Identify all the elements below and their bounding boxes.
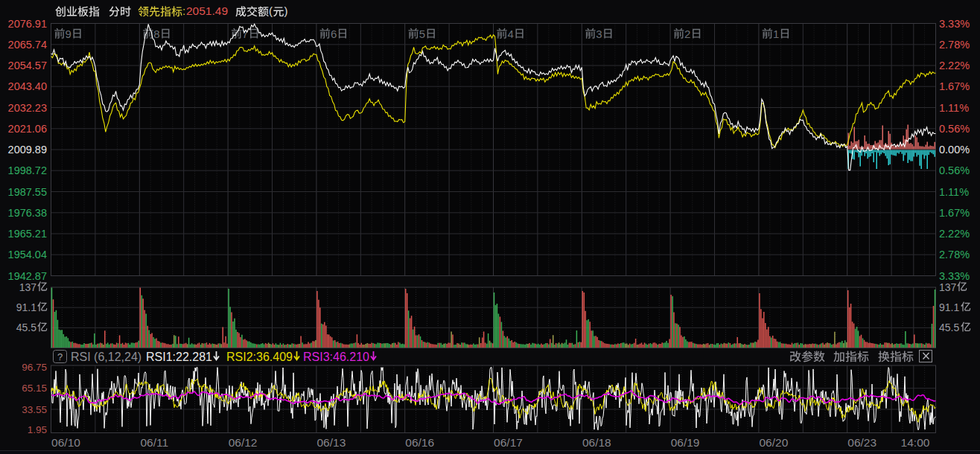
svg-text:65.15: 65.15 [22, 383, 47, 394]
svg-text:1.67%: 1.67% [939, 80, 970, 92]
svg-text:RSI2:36.409: RSI2:36.409 [226, 351, 293, 363]
svg-text:06/10: 06/10 [51, 436, 80, 449]
svg-text:1: 1 [773, 28, 779, 40]
svg-text:1.11%: 1.11% [939, 102, 969, 114]
svg-text:3.33%: 3.33% [939, 270, 970, 282]
svg-text:?: ? [57, 351, 63, 362]
svg-text::: : [182, 4, 185, 17]
svg-text:06/11: 06/11 [140, 436, 168, 449]
svg-text:06/13: 06/13 [317, 436, 346, 449]
svg-text:91.1: 91.1 [16, 301, 36, 313]
svg-text:06/18: 06/18 [582, 436, 611, 449]
svg-text:RSI3:46.210: RSI3:46.210 [303, 351, 369, 363]
svg-text:91.1: 91.1 [939, 301, 959, 313]
svg-text:2054.57: 2054.57 [8, 60, 47, 71]
svg-text:0.56%: 0.56% [939, 123, 970, 135]
svg-text:1965.21: 1965.21 [8, 228, 47, 240]
svg-text:2043.40: 2043.40 [8, 80, 47, 92]
svg-text:45.5: 45.5 [16, 322, 36, 333]
svg-text:1987.55: 1987.55 [8, 186, 47, 198]
svg-text:2032.23: 2032.23 [8, 102, 47, 114]
svg-text:06/23: 06/23 [847, 436, 876, 449]
svg-text:45.5: 45.5 [939, 322, 959, 333]
svg-text:): ) [284, 4, 288, 17]
svg-text:1976.38: 1976.38 [8, 207, 47, 219]
svg-text:2065.74: 2065.74 [8, 39, 47, 51]
svg-text:137: 137 [939, 281, 957, 293]
svg-text:14:00: 14:00 [901, 436, 930, 449]
svg-text:0.00%: 0.00% [939, 144, 970, 156]
svg-text:1954.04: 1954.04 [8, 249, 47, 260]
svg-text:2051.49: 2051.49 [186, 4, 228, 17]
svg-text:8: 8 [153, 28, 159, 40]
svg-text:(: ( [269, 4, 273, 17]
svg-text:2.78%: 2.78% [939, 249, 970, 260]
svg-text:137: 137 [19, 281, 37, 293]
svg-text:RSI (6,12,24): RSI (6,12,24) [71, 351, 141, 363]
svg-text:1.95: 1.95 [28, 424, 47, 435]
svg-text:2.78%: 2.78% [939, 39, 970, 51]
svg-text:1942.87: 1942.87 [8, 270, 47, 282]
svg-text:RSI1:22.281: RSI1:22.281 [146, 351, 212, 363]
svg-text:06/16: 06/16 [405, 436, 434, 449]
svg-text:3.33%: 3.33% [939, 18, 970, 30]
svg-text:2076.91: 2076.91 [8, 18, 47, 30]
svg-text:33.55: 33.55 [22, 404, 47, 415]
svg-text:06/19: 06/19 [671, 436, 700, 449]
svg-text:6: 6 [331, 28, 337, 40]
svg-text:2009.89: 2009.89 [8, 144, 47, 156]
svg-text:06/20: 06/20 [760, 436, 789, 449]
svg-text:2.22%: 2.22% [939, 60, 970, 71]
svg-text:9: 9 [66, 28, 71, 40]
svg-text:4: 4 [508, 28, 514, 40]
svg-text:2.22%: 2.22% [939, 228, 970, 240]
svg-text:1998.72: 1998.72 [8, 164, 47, 176]
svg-text:3: 3 [596, 28, 602, 40]
svg-text:96.75: 96.75 [22, 362, 47, 373]
svg-text:06/17: 06/17 [494, 436, 523, 449]
svg-text:2021.06: 2021.06 [8, 123, 47, 135]
svg-text:1.67%: 1.67% [939, 207, 970, 219]
svg-text:5: 5 [419, 28, 425, 40]
svg-text:0.56%: 0.56% [939, 164, 970, 176]
svg-text:1.11%: 1.11% [939, 186, 969, 198]
svg-text:2: 2 [684, 28, 690, 40]
svg-text:06/12: 06/12 [229, 436, 258, 449]
